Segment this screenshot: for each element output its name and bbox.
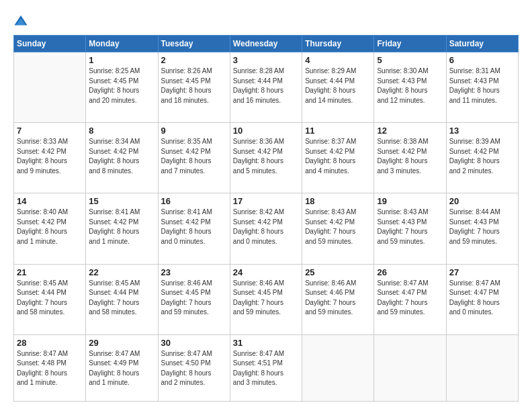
calendar-cell: 7Sunrise: 8:33 AM Sunset: 4:42 PM Daylig…: [14, 123, 86, 193]
calendar-cell: 27Sunrise: 8:47 AM Sunset: 4:47 PM Dayli…: [446, 264, 518, 334]
day-info: Sunrise: 8:41 AM Sunset: 4:42 PM Dayligh…: [89, 208, 154, 246]
weekday-tuesday: Tuesday: [158, 36, 230, 52]
calendar-cell: [302, 334, 374, 401]
day-info: Sunrise: 8:45 AM Sunset: 4:44 PM Dayligh…: [89, 279, 154, 318]
logo-icon: [13, 13, 28, 28]
calendar-cell: 31Sunrise: 8:47 AM Sunset: 4:51 PM Dayli…: [230, 334, 302, 401]
calendar-table: SundayMondayTuesdayWednesdayThursdayFrid…: [13, 35, 519, 402]
day-number: 17: [233, 196, 299, 206]
day-number: 19: [377, 196, 443, 206]
day-info: Sunrise: 8:37 AM Sunset: 4:42 PM Dayligh…: [305, 137, 371, 176]
calendar-cell: 10Sunrise: 8:36 AM Sunset: 4:42 PM Dayli…: [230, 123, 302, 193]
day-info: Sunrise: 8:41 AM Sunset: 4:42 PM Dayligh…: [161, 208, 227, 246]
day-number: 30: [161, 338, 227, 348]
day-info: Sunrise: 8:30 AM Sunset: 4:43 PM Dayligh…: [377, 66, 443, 105]
weekday-wednesday: Wednesday: [230, 36, 302, 52]
day-info: Sunrise: 8:28 AM Sunset: 4:44 PM Dayligh…: [233, 66, 299, 105]
weekday-saturday: Saturday: [446, 36, 518, 52]
calendar-cell: 13Sunrise: 8:39 AM Sunset: 4:42 PM Dayli…: [446, 123, 518, 193]
day-info: Sunrise: 8:47 AM Sunset: 4:50 PM Dayligh…: [161, 349, 227, 388]
day-info: Sunrise: 8:47 AM Sunset: 4:49 PM Dayligh…: [89, 349, 154, 388]
weekday-header-row: SundayMondayTuesdayWednesdayThursdayFrid…: [14, 36, 519, 52]
calendar-cell: 6Sunrise: 8:31 AM Sunset: 4:43 PM Daylig…: [446, 52, 518, 123]
day-number: 26: [377, 267, 443, 277]
day-info: Sunrise: 8:36 AM Sunset: 4:42 PM Dayligh…: [233, 137, 299, 176]
calendar-cell: 16Sunrise: 8:41 AM Sunset: 4:42 PM Dayli…: [158, 193, 230, 264]
week-row-1: 1Sunrise: 8:25 AM Sunset: 4:45 PM Daylig…: [14, 52, 519, 123]
day-number: 16: [161, 196, 227, 206]
calendar-cell: 12Sunrise: 8:38 AM Sunset: 4:42 PM Dayli…: [374, 123, 446, 193]
calendar-cell: 3Sunrise: 8:28 AM Sunset: 4:44 PM Daylig…: [230, 52, 302, 123]
weekday-friday: Friday: [374, 36, 446, 52]
calendar-cell: 14Sunrise: 8:40 AM Sunset: 4:42 PM Dayli…: [14, 193, 86, 264]
day-number: 23: [161, 267, 227, 277]
day-number: 24: [233, 267, 299, 277]
day-number: 6: [449, 55, 515, 65]
calendar-cell: 4Sunrise: 8:29 AM Sunset: 4:44 PM Daylig…: [302, 52, 374, 123]
calendar-cell: [446, 334, 518, 401]
day-info: Sunrise: 8:45 AM Sunset: 4:44 PM Dayligh…: [17, 279, 83, 318]
calendar-cell: 20Sunrise: 8:44 AM Sunset: 4:43 PM Dayli…: [446, 193, 518, 264]
weekday-sunday: Sunday: [14, 36, 86, 52]
calendar-cell: 17Sunrise: 8:42 AM Sunset: 4:42 PM Dayli…: [230, 193, 302, 264]
calendar-cell: 9Sunrise: 8:35 AM Sunset: 4:42 PM Daylig…: [158, 123, 230, 193]
day-number: 25: [305, 267, 371, 277]
calendar-cell: 8Sunrise: 8:34 AM Sunset: 4:42 PM Daylig…: [86, 123, 158, 193]
calendar-cell: 30Sunrise: 8:47 AM Sunset: 4:50 PM Dayli…: [158, 334, 230, 401]
calendar-cell: 19Sunrise: 8:43 AM Sunset: 4:43 PM Dayli…: [374, 193, 446, 264]
day-info: Sunrise: 8:46 AM Sunset: 4:45 PM Dayligh…: [161, 279, 227, 318]
calendar-cell: 22Sunrise: 8:45 AM Sunset: 4:44 PM Dayli…: [86, 264, 158, 334]
day-number: 27: [449, 267, 515, 277]
day-info: Sunrise: 8:33 AM Sunset: 4:42 PM Dayligh…: [17, 137, 83, 176]
day-info: Sunrise: 8:31 AM Sunset: 4:43 PM Dayligh…: [449, 66, 515, 105]
day-info: Sunrise: 8:35 AM Sunset: 4:42 PM Dayligh…: [161, 137, 227, 176]
day-number: 4: [305, 55, 371, 65]
calendar-cell: 23Sunrise: 8:46 AM Sunset: 4:45 PM Dayli…: [158, 264, 230, 334]
day-info: Sunrise: 8:38 AM Sunset: 4:42 PM Dayligh…: [377, 137, 443, 176]
calendar-cell: 15Sunrise: 8:41 AM Sunset: 4:42 PM Dayli…: [86, 193, 158, 264]
day-number: 5: [377, 55, 443, 65]
day-number: 29: [89, 338, 154, 348]
week-row-2: 7Sunrise: 8:33 AM Sunset: 4:42 PM Daylig…: [14, 123, 519, 193]
day-number: 11: [305, 126, 371, 136]
day-info: Sunrise: 8:47 AM Sunset: 4:47 PM Dayligh…: [449, 279, 515, 318]
calendar-cell: 28Sunrise: 8:47 AM Sunset: 4:48 PM Dayli…: [14, 334, 86, 401]
calendar-cell: 5Sunrise: 8:30 AM Sunset: 4:43 PM Daylig…: [374, 52, 446, 123]
day-number: 2: [161, 55, 227, 65]
day-info: Sunrise: 8:47 AM Sunset: 4:51 PM Dayligh…: [233, 349, 299, 388]
day-number: 1: [89, 55, 154, 65]
weekday-thursday: Thursday: [302, 36, 374, 52]
day-number: 7: [17, 126, 83, 136]
calendar-cell: 11Sunrise: 8:37 AM Sunset: 4:42 PM Dayli…: [302, 123, 374, 193]
logo: [13, 12, 31, 28]
day-number: 31: [233, 338, 299, 348]
day-number: 13: [449, 126, 515, 136]
calendar-cell: 1Sunrise: 8:25 AM Sunset: 4:45 PM Daylig…: [86, 52, 158, 123]
day-info: Sunrise: 8:47 AM Sunset: 4:47 PM Dayligh…: [377, 279, 443, 318]
day-info: Sunrise: 8:25 AM Sunset: 4:45 PM Dayligh…: [89, 66, 154, 105]
day-info: Sunrise: 8:40 AM Sunset: 4:42 PM Dayligh…: [17, 208, 83, 246]
day-number: 12: [377, 126, 443, 136]
calendar-cell: 21Sunrise: 8:45 AM Sunset: 4:44 PM Dayli…: [14, 264, 86, 334]
calendar-cell: 2Sunrise: 8:26 AM Sunset: 4:45 PM Daylig…: [158, 52, 230, 123]
day-info: Sunrise: 8:39 AM Sunset: 4:42 PM Dayligh…: [449, 137, 515, 176]
day-number: 10: [233, 126, 299, 136]
day-info: Sunrise: 8:42 AM Sunset: 4:42 PM Dayligh…: [233, 208, 299, 246]
day-info: Sunrise: 8:26 AM Sunset: 4:45 PM Dayligh…: [161, 66, 227, 105]
day-info: Sunrise: 8:47 AM Sunset: 4:48 PM Dayligh…: [17, 349, 83, 388]
day-number: 3: [233, 55, 299, 65]
day-info: Sunrise: 8:29 AM Sunset: 4:44 PM Dayligh…: [305, 66, 371, 105]
calendar-cell: 25Sunrise: 8:46 AM Sunset: 4:46 PM Dayli…: [302, 264, 374, 334]
day-number: 28: [17, 338, 83, 348]
week-row-4: 21Sunrise: 8:45 AM Sunset: 4:44 PM Dayli…: [14, 264, 519, 334]
calendar-cell: [14, 52, 86, 123]
day-number: 8: [89, 126, 154, 136]
day-number: 9: [161, 126, 227, 136]
header: [13, 12, 519, 28]
calendar-cell: 18Sunrise: 8:43 AM Sunset: 4:42 PM Dayli…: [302, 193, 374, 264]
day-info: Sunrise: 8:34 AM Sunset: 4:42 PM Dayligh…: [89, 137, 154, 176]
day-number: 21: [17, 267, 83, 277]
day-number: 18: [305, 196, 371, 206]
day-number: 20: [449, 196, 515, 206]
weekday-monday: Monday: [86, 36, 158, 52]
